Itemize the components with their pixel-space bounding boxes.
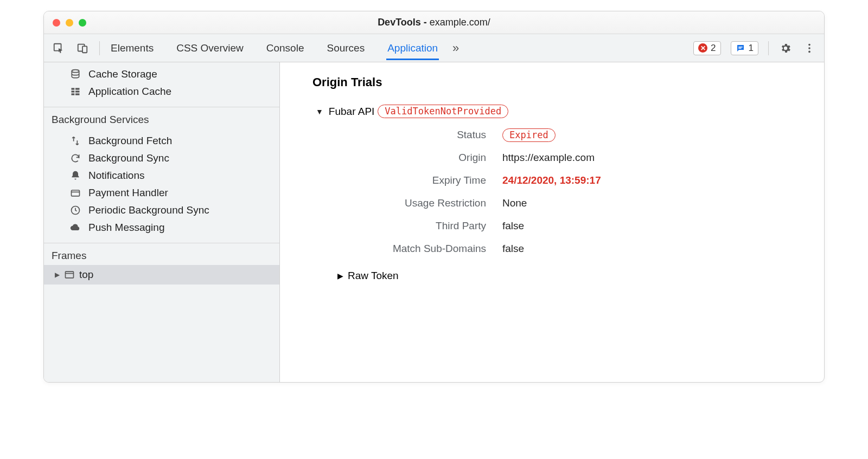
raw-token-label: Raw Token <box>348 270 399 282</box>
sidebar-heading-background: Background Services <box>44 107 279 129</box>
value-status: Expired <box>502 129 802 141</box>
close-window-button[interactable] <box>53 19 60 27</box>
page-title: Origin Trials <box>312 75 802 89</box>
fetch-icon <box>69 135 82 146</box>
frames-item-top[interactable]: ▶ top <box>44 265 279 285</box>
more-tabs-icon[interactable]: » <box>449 41 463 55</box>
sidebar-item-push-messaging[interactable]: Push Messaging <box>44 219 279 236</box>
value-usage: None <box>502 197 802 209</box>
toolbar-divider <box>768 41 769 55</box>
sidebar-item-label: Background Sync <box>88 152 169 164</box>
label-match-subdomains: Match Sub-Domains <box>334 243 486 255</box>
toolbar-divider <box>99 41 100 55</box>
error-icon: ✕ <box>698 43 707 53</box>
svg-rect-15 <box>72 190 80 196</box>
message-icon <box>736 43 745 53</box>
svg-rect-12 <box>75 90 80 92</box>
errors-badge[interactable]: ✕ 2 <box>693 41 720 55</box>
kebab-menu-icon[interactable] <box>802 41 816 55</box>
sidebar-item-label: Notifications <box>88 170 145 182</box>
svg-rect-4 <box>738 48 741 49</box>
disclosure-triangle-icon: ▶ <box>337 271 343 280</box>
label-third-party: Third Party <box>334 220 486 232</box>
sidebar-item-notifications[interactable]: Notifications <box>44 167 279 184</box>
label-origin: Origin <box>334 152 486 164</box>
svg-rect-10 <box>75 88 80 89</box>
value-origin: https://example.com <box>502 152 802 164</box>
maximize-window-button[interactable] <box>79 19 86 27</box>
application-sidebar: Cache Storage Application Cache Backgrou… <box>44 62 280 382</box>
settings-icon[interactable] <box>778 41 793 55</box>
bell-icon <box>69 170 82 181</box>
card-icon <box>69 188 82 198</box>
sidebar-item-label: Periodic Background Sync <box>88 204 209 216</box>
svg-rect-9 <box>72 88 75 89</box>
sidebar-item-application-cache[interactable]: Application Cache <box>44 83 279 100</box>
status-pill: Expired <box>502 128 556 142</box>
raw-token-row[interactable]: ▶ Raw Token <box>337 270 802 282</box>
sidebar-item-label: Background Fetch <box>88 135 172 147</box>
svg-point-5 <box>808 43 810 46</box>
messages-badge[interactable]: 1 <box>731 41 758 55</box>
sidebar-item-label: Cache Storage <box>88 68 157 80</box>
svg-rect-13 <box>72 93 75 95</box>
svg-rect-14 <box>75 93 80 95</box>
sync-icon <box>69 153 82 164</box>
svg-point-8 <box>72 70 79 73</box>
messages-count: 1 <box>749 43 754 54</box>
sidebar-item-label: Payment Handler <box>88 187 168 199</box>
label-status: Status <box>334 129 486 141</box>
grid-icon <box>69 86 82 97</box>
label-expiry: Expiry Time <box>334 174 486 186</box>
value-third-party: false <box>502 220 802 232</box>
trial-details: Status Expired Origin https://example.co… <box>334 129 802 255</box>
panel-tabs: Elements CSS Overview Console Sources Ap… <box>110 36 439 60</box>
window-icon <box>64 269 75 280</box>
sidebar-item-label: Application Cache <box>88 86 171 98</box>
database-icon <box>69 69 82 80</box>
minimize-window-button[interactable] <box>66 19 73 27</box>
cloud-icon <box>69 222 82 233</box>
sidebar-item-background-sync[interactable]: Background Sync <box>44 150 279 167</box>
clock-icon <box>69 205 82 216</box>
frames-item-label: top <box>79 269 93 281</box>
panel-body: Cache Storage Application Cache Backgrou… <box>44 62 824 382</box>
sidebar-item-payment-handler[interactable]: Payment Handler <box>44 184 279 202</box>
traffic-lights <box>53 19 86 27</box>
sidebar-item-cache-storage[interactable]: Cache Storage <box>44 66 279 83</box>
sidebar-heading-frames: Frames <box>44 243 279 265</box>
disclosure-triangle-icon: ▼ <box>316 107 323 116</box>
svg-rect-17 <box>66 271 74 278</box>
trial-row[interactable]: ▼ Fubar API ValidTokenNotProvided <box>316 105 802 118</box>
titlebar: DevTools - example.com/ <box>44 11 824 34</box>
tab-sources[interactable]: Sources <box>326 36 366 60</box>
device-toolbar-icon[interactable] <box>75 41 90 55</box>
devtools-toolbar: Elements CSS Overview Console Sources Ap… <box>44 34 824 62</box>
tab-elements[interactable]: Elements <box>110 36 155 60</box>
devtools-window: DevTools - example.com/ Elements CSS Ove… <box>43 11 825 383</box>
label-usage: Usage Restriction <box>334 197 486 209</box>
value-match-subdomains: false <box>502 243 802 255</box>
inspect-element-icon[interactable] <box>52 41 66 55</box>
sidebar-item-label: Push Messaging <box>88 222 164 234</box>
tab-css-overview[interactable]: CSS Overview <box>175 36 245 60</box>
trial-name: Fubar API <box>329 106 375 118</box>
disclosure-triangle-icon: ▶ <box>55 271 60 279</box>
sidebar-item-background-fetch[interactable]: Background Fetch <box>44 132 279 150</box>
tab-console[interactable]: Console <box>265 36 305 60</box>
value-expiry: 24/12/2020, 13:59:17 <box>502 174 802 186</box>
svg-rect-11 <box>72 90 75 92</box>
svg-point-6 <box>808 47 810 49</box>
origin-trials-panel: Origin Trials ▼ Fubar API ValidTokenNotP… <box>280 62 824 382</box>
errors-count: 2 <box>711 43 716 54</box>
trial-status-badge: ValidTokenNotProvided <box>378 105 508 118</box>
sidebar-item-periodic-sync[interactable]: Periodic Background Sync <box>44 202 279 219</box>
svg-rect-2 <box>82 46 87 53</box>
window-title: DevTools - example.com/ <box>44 17 824 28</box>
tab-application[interactable]: Application <box>386 36 439 60</box>
svg-rect-3 <box>738 47 743 48</box>
svg-point-7 <box>808 50 810 53</box>
